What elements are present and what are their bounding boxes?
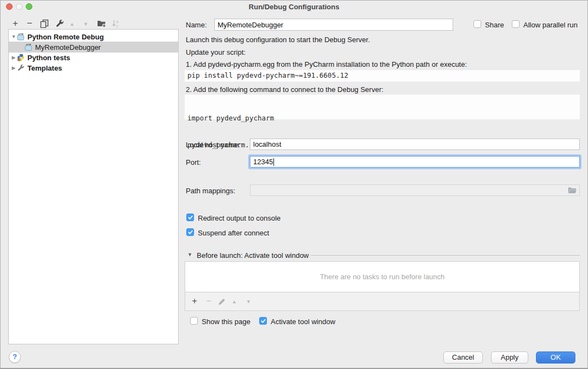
run-configuration-icon bbox=[25, 44, 32, 51]
edit-task-button[interactable] bbox=[218, 298, 226, 308]
python-tests-icon bbox=[17, 54, 25, 61]
suspend-after-connect-checkbox[interactable] bbox=[186, 228, 194, 236]
step1-text: 1. Add pydevd-pycharm.egg from the PyCha… bbox=[186, 60, 467, 68]
tree-item-python-tests[interactable]: ▶ Python tests bbox=[9, 52, 178, 63]
create-folder-button[interactable] bbox=[97, 19, 106, 30]
svg-text:a: a bbox=[116, 20, 118, 24]
update-script-text: Update your script: bbox=[186, 48, 246, 56]
step2-text: 2. Add the following command to connect … bbox=[186, 85, 384, 94]
code-line-1: import pydevd_pycharm bbox=[187, 113, 577, 123]
show-this-page-label: Show this page bbox=[202, 318, 250, 326]
expand-icon[interactable]: ▶ bbox=[11, 55, 16, 60]
run-debug-configurations-dialog: Run/Debug Configurations + − ▲ ▼ a z ▼ bbox=[0, 0, 588, 369]
before-launch-toolbar: + − ▲ ▼ bbox=[185, 292, 580, 311]
name-input[interactable] bbox=[214, 19, 453, 31]
expand-icon[interactable]: ▶ bbox=[11, 65, 16, 71]
path-mappings-input[interactable] bbox=[250, 184, 580, 196]
copy-icon bbox=[40, 19, 49, 28]
move-task-up-button[interactable]: ▲ bbox=[232, 299, 237, 304]
tree-item-label: Python tests bbox=[27, 54, 70, 62]
redirect-output-checkbox[interactable] bbox=[186, 214, 194, 221]
question-mark-icon: ? bbox=[13, 353, 17, 361]
pip-install-code: pip install pydevd-pycharm~=191.6605.12 bbox=[185, 70, 580, 82]
window-title: Run/Debug Configurations bbox=[1, 3, 587, 11]
tree-item-label: Templates bbox=[27, 64, 62, 72]
before-launch-separator bbox=[311, 255, 580, 256]
move-task-down-button[interactable]: ▼ bbox=[246, 299, 251, 304]
copy-configuration-button[interactable] bbox=[40, 19, 49, 30]
tree-item-templates[interactable]: ▶ Templates bbox=[9, 62, 178, 73]
add-configuration-button[interactable]: + bbox=[11, 20, 20, 27]
text-caret bbox=[273, 158, 274, 166]
check-icon bbox=[187, 215, 193, 220]
activate-tool-window-checkbox[interactable] bbox=[259, 317, 267, 325]
tree-item-label: MyRemoteDebugger bbox=[35, 43, 101, 51]
before-launch-task-list[interactable]: There are no tasks to run before launch bbox=[185, 261, 580, 292]
before-launch-collapse-icon[interactable]: ▼ bbox=[187, 252, 192, 257]
local-host-label: Local host name: bbox=[186, 141, 240, 149]
ok-button[interactable]: OK bbox=[536, 351, 575, 364]
collapse-icon[interactable]: ▼ bbox=[11, 34, 16, 39]
tree-item-python-remote-debug[interactable]: ▼ Python Remote Debug bbox=[9, 31, 178, 42]
suspend-after-connect-label: Suspend after connect bbox=[198, 229, 269, 237]
port-label: Port: bbox=[186, 158, 201, 166]
share-label: Share bbox=[485, 21, 504, 29]
remove-task-button[interactable]: − bbox=[204, 297, 213, 305]
intro-text: Launch this debug configuration to start… bbox=[186, 36, 370, 44]
new-folder-icon bbox=[97, 19, 106, 28]
templates-wrench-icon bbox=[17, 64, 25, 72]
pencil-icon bbox=[218, 298, 226, 305]
wrench-icon bbox=[55, 19, 64, 28]
port-input[interactable]: 12345 bbox=[250, 156, 580, 168]
configurations-tree: ▼ Python Remote Debug MyRemoteDebugger ▶ bbox=[8, 29, 179, 344]
move-up-button[interactable]: ▲ bbox=[70, 21, 75, 27]
path-mappings-label: Path mappings: bbox=[186, 187, 235, 195]
no-tasks-text: There are no tasks to run before launch bbox=[320, 273, 445, 281]
cancel-button[interactable]: Cancel bbox=[443, 351, 483, 364]
allow-parallel-run-checkbox[interactable] bbox=[512, 20, 520, 28]
remove-configuration-button[interactable]: − bbox=[25, 20, 34, 27]
share-checkbox[interactable] bbox=[473, 20, 481, 28]
svg-text:z: z bbox=[116, 24, 118, 28]
settrace-code: import pydevd_pycharm pydevd_pycharm.set… bbox=[185, 95, 580, 119]
tree-item-myremotedebugger[interactable]: MyRemoteDebugger bbox=[9, 42, 178, 53]
show-this-page-checkbox[interactable] bbox=[190, 317, 198, 325]
add-task-button[interactable]: + bbox=[190, 297, 199, 305]
move-down-button[interactable]: ▼ bbox=[83, 21, 88, 27]
activate-tool-window-label: Activate tool window bbox=[271, 318, 335, 326]
edit-templates-button[interactable] bbox=[55, 19, 64, 30]
redirect-output-label: Redirect output to console bbox=[198, 214, 281, 222]
title-bar: Run/Debug Configurations bbox=[1, 1, 587, 13]
sort-alphabetically-icon: a z bbox=[112, 19, 120, 28]
browse-folder-icon[interactable] bbox=[568, 187, 576, 194]
tree-item-label: Python Remote Debug bbox=[27, 33, 104, 41]
check-icon bbox=[187, 229, 193, 235]
before-launch-title: Before launch: Activate tool window bbox=[197, 251, 309, 260]
help-button[interactable]: ? bbox=[9, 351, 21, 363]
local-host-input[interactable] bbox=[250, 139, 580, 150]
allow-parallel-run-label: Allow parallel run bbox=[523, 21, 578, 29]
run-configuration-icon bbox=[17, 33, 25, 41]
port-value: 12345 bbox=[253, 158, 273, 166]
check-icon bbox=[260, 318, 266, 324]
name-label: Name: bbox=[186, 21, 207, 29]
apply-button[interactable]: Apply bbox=[491, 351, 528, 364]
sort-configurations-button[interactable]: a z bbox=[112, 19, 120, 30]
